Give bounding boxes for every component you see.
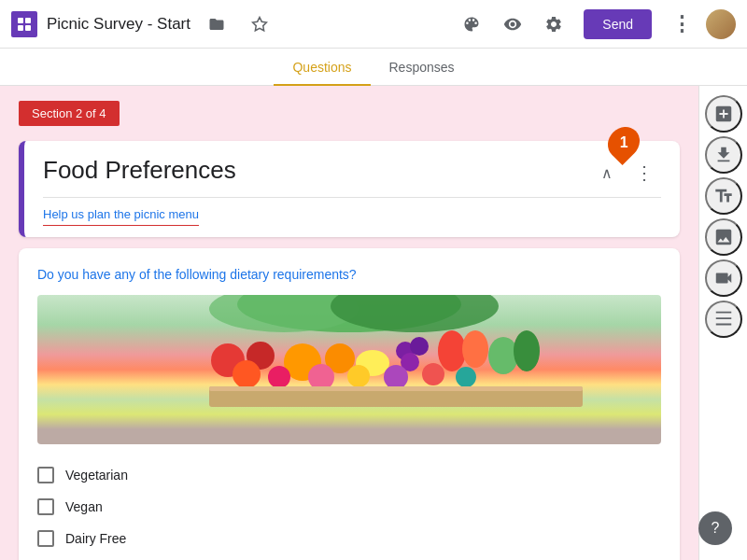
- svg-point-12: [438, 330, 466, 371]
- add-image-button[interactable]: [705, 218, 742, 256]
- section-subtitle: Help us plan the picnic menu: [43, 207, 199, 226]
- settings-icon[interactable]: [537, 7, 571, 41]
- folder-icon[interactable]: [200, 7, 233, 41]
- svg-point-22: [456, 367, 476, 387]
- tab-responses[interactable]: Responses: [371, 49, 473, 86]
- send-button[interactable]: Send: [584, 9, 652, 39]
- section-badge: Section 2 of 4: [19, 101, 120, 126]
- app-icon: [11, 11, 37, 37]
- svg-point-15: [514, 330, 540, 371]
- svg-point-16: [233, 360, 261, 388]
- checkbox-label-vegan: Vegan: [65, 499, 103, 514]
- help-icon: ?: [712, 520, 720, 537]
- svg-point-20: [384, 365, 408, 389]
- svg-point-18: [308, 364, 334, 390]
- checkbox-box-vegan[interactable]: [37, 498, 54, 515]
- svg-rect-24: [209, 386, 583, 391]
- svg-point-17: [268, 366, 290, 388]
- svg-point-13: [462, 330, 488, 368]
- add-title-button[interactable]: [705, 177, 742, 215]
- section-more-button[interactable]: ⋮: [627, 156, 661, 189]
- checkbox-gluten-free[interactable]: Gluten Free: [37, 554, 661, 560]
- more-options-icon[interactable]: ⋮: [665, 7, 698, 41]
- palette-icon[interactable]: [455, 7, 488, 41]
- checkbox-box-dairy-free[interactable]: [37, 530, 54, 547]
- topbar-icons: Send ⋮: [455, 7, 736, 41]
- svg-point-21: [422, 363, 444, 385]
- help-button[interactable]: ?: [698, 511, 732, 545]
- tabs-bar: Questions Responses: [0, 49, 747, 86]
- svg-point-19: [347, 365, 370, 387]
- doc-title: Picnic Survey - Start: [47, 15, 190, 34]
- checkbox-dairy-free[interactable]: Dairy Free: [37, 523, 661, 554]
- preview-icon[interactable]: [496, 7, 529, 41]
- right-sidebar: [698, 86, 747, 560]
- svg-marker-0: [253, 17, 267, 30]
- topbar-left: Picnic Survey - Start: [11, 7, 455, 41]
- question-text: Do you have any of the following dietary…: [37, 267, 661, 282]
- section-number: 1: [620, 134, 628, 151]
- add-question-button[interactable]: [705, 95, 742, 133]
- checkbox-vegan[interactable]: Vegan: [37, 491, 661, 523]
- star-icon[interactable]: [243, 7, 276, 41]
- form-area: Section 2 of 4 1 Food Preferences ∧ ⋮ He…: [0, 86, 698, 560]
- tab-questions[interactable]: Questions: [274, 49, 370, 86]
- checkbox-label-dairy-free: Dairy Free: [65, 531, 126, 546]
- question-card: Do you have any of the following dietary…: [19, 248, 680, 560]
- section-title-card: 1 Food Preferences ∧ ⋮ Help us plan the …: [19, 141, 680, 237]
- add-section-button[interactable]: [705, 301, 742, 338]
- add-video-button[interactable]: [705, 259, 742, 297]
- section-divider: [43, 197, 661, 198]
- section-title: Food Preferences: [43, 156, 590, 185]
- topbar: Picnic Survey - Start Send ⋮: [0, 0, 747, 49]
- checkbox-vegetarian[interactable]: Vegetarian: [37, 459, 661, 491]
- fruit-image: [37, 295, 661, 444]
- main-content: Section 2 of 4 1 Food Preferences ∧ ⋮ He…: [0, 86, 747, 560]
- import-questions-button[interactable]: [705, 136, 742, 174]
- avatar[interactable]: [706, 9, 736, 39]
- svg-point-14: [488, 337, 518, 374]
- section-number-pin: 1: [609, 126, 639, 160]
- checkbox-label-vegetarian: Vegetarian: [65, 468, 128, 483]
- svg-point-10: [410, 337, 429, 356]
- checkbox-box-vegetarian[interactable]: [37, 467, 54, 483]
